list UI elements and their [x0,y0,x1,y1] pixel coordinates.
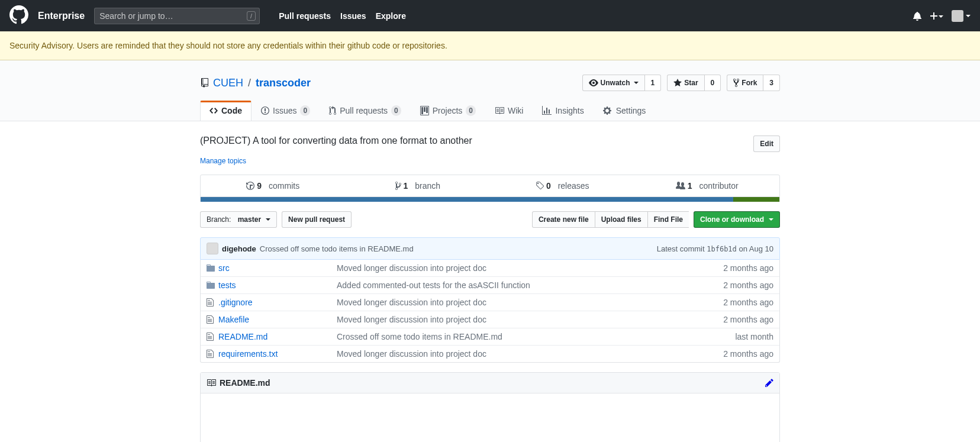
plus-icon [930,11,937,21]
file-commit-message[interactable]: Moved longer discussion into project doc [337,315,723,324]
fork-count[interactable]: 3 [763,75,780,91]
tag-icon [536,181,544,191]
book-icon [495,106,504,115]
tab-projects[interactable]: Projects 0 [411,101,485,121]
file-age: 2 months ago [723,263,773,273]
commit-sha[interactable]: 1bf6b1d [707,245,737,253]
issue-opened-icon [261,106,269,115]
contributors-stat[interactable]: 1 contributor [635,175,780,196]
create-new-file-button[interactable]: Create new file [532,211,595,228]
pencil-icon [765,378,773,388]
branch-selector[interactable]: Branch: master [200,211,277,228]
tab-code[interactable]: Code [200,101,252,121]
file-text-icon [207,332,214,341]
file-text-icon [207,315,214,324]
project-icon [420,106,429,115]
mark-github-icon [9,5,28,24]
repo-icon [200,78,209,88]
repo-summary: 9 commits 1 branch 0 releases 1 contribu… [200,175,780,197]
search-slash-hint: / [247,11,256,21]
file-text-icon [207,298,214,307]
commit-message[interactable]: Crossed off some todo items in README.md [260,244,414,253]
file-directory-icon [207,263,215,273]
organization-icon [676,181,685,191]
file-tree: srcMoved longer discussion into project … [200,260,780,363]
repo-name-link[interactable]: transcoder [256,77,311,89]
repo-forked-icon [733,78,739,88]
readme-filename: README.md [220,378,270,388]
table-row: README.mdCrossed off some todo items in … [201,328,779,345]
tab-pull-requests[interactable]: Pull requests 0 [320,101,411,121]
file-age: 2 months ago [723,298,773,307]
branches-stat[interactable]: 1 branch [346,175,491,196]
github-logo[interactable] [9,5,28,26]
nav-explore[interactable]: Explore [376,11,406,21]
tab-insights[interactable]: Insights [533,101,593,121]
search-placeholder: Search or jump to… [99,11,173,21]
table-row: requirements.txtMoved longer discussion … [201,345,779,362]
readme-box: README.md [200,372,780,442]
tab-issues[interactable]: Issues 0 [252,101,320,121]
file-age: 2 months ago [723,349,773,359]
code-icon [209,106,218,115]
repo-head: CUEH / transcoder Unwatch 1 Star [0,60,980,121]
nav-issues[interactable]: Issues [340,11,366,21]
file-link[interactable]: README.md [218,332,267,341]
table-row: srcMoved longer discussion into project … [201,260,779,276]
git-pull-request-icon [329,106,336,115]
clone-download-button[interactable]: Clone or download [694,211,780,228]
fork-button[interactable]: Fork [727,75,763,91]
commits-stat[interactable]: 9 commits [201,175,346,196]
avatar [952,10,963,22]
book-icon [207,378,216,388]
file-commit-message[interactable]: Moved longer discussion into project doc [337,298,723,307]
file-age: 2 months ago [723,280,773,290]
edit-description-button[interactable]: Edit [753,135,780,152]
file-link[interactable]: requirements.txt [218,349,278,359]
releases-stat[interactable]: 0 releases [490,175,635,196]
language-bar[interactable] [200,197,780,202]
security-advisory-banner: Security Advisory. Users are reminded th… [0,31,980,60]
user-menu[interactable] [952,10,971,22]
file-link[interactable]: src [218,263,230,273]
notifications-link[interactable] [913,11,922,21]
search-input[interactable]: Search or jump to… / [94,8,260,24]
file-link[interactable]: tests [218,280,236,290]
eye-icon [589,78,598,88]
commit-author[interactable]: digehode [222,244,256,253]
watch-count[interactable]: 1 [645,75,662,91]
nav-pull-requests[interactable]: Pull requests [279,11,331,21]
git-branch-icon [395,181,401,191]
table-row: .gitignoreMoved longer discussion into p… [201,293,779,311]
file-link[interactable]: Makefile [218,315,249,324]
tab-settings[interactable]: Settings [594,101,656,121]
edit-readme-button[interactable] [765,378,773,388]
upload-files-button[interactable]: Upload files [595,211,647,228]
file-commit-message[interactable]: Added commented-out tests for the asASCI… [337,280,723,290]
graph-icon [542,106,552,115]
file-commit-message[interactable]: Moved longer discussion into project doc [337,349,723,359]
file-age: last month [735,332,773,341]
file-age: 2 months ago [723,315,773,324]
history-icon [246,181,254,191]
commit-date: on Aug 10 [739,244,773,253]
file-commit-message[interactable]: Crossed off some todo items in README.md [337,332,735,341]
unwatch-button[interactable]: Unwatch [582,75,645,91]
manage-topics-link[interactable]: Manage topics [200,157,246,165]
repo-owner-link[interactable]: CUEH [213,77,243,89]
commit-author-avatar[interactable] [207,243,218,254]
bell-icon [913,11,922,21]
star-button[interactable]: Star [667,75,704,91]
global-header: Enterprise Search or jump to… / Pull req… [0,0,980,31]
create-new-dropdown[interactable] [930,11,943,21]
tab-wiki[interactable]: Wiki [485,101,533,121]
file-directory-icon [207,280,215,290]
file-text-icon [207,349,214,359]
file-commit-message[interactable]: Moved longer discussion into project doc [337,263,723,273]
find-file-button[interactable]: Find File [647,211,689,228]
table-row: testsAdded commented-out tests for the a… [201,276,779,293]
new-pull-request-button[interactable]: New pull request [282,211,352,228]
repo-nav: Code Issues 0 Pull requests 0 Projects 0… [200,101,780,121]
star-count[interactable]: 0 [705,75,721,91]
file-link[interactable]: .gitignore [218,298,253,307]
